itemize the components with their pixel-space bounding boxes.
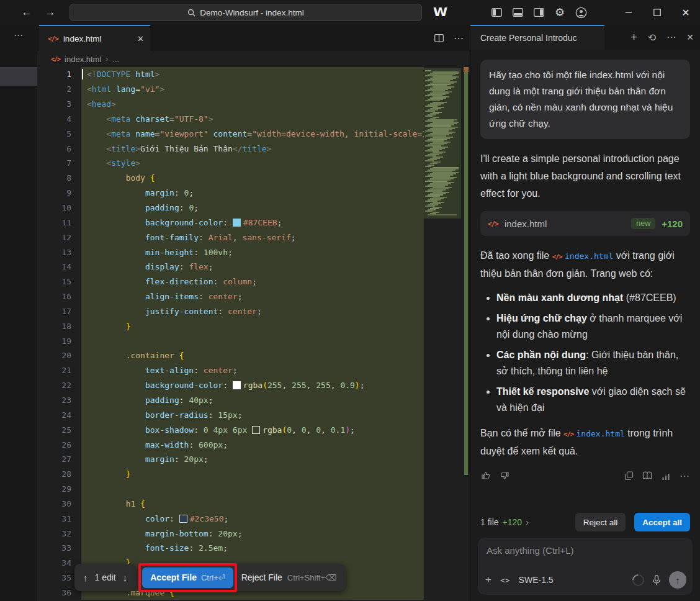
- send-icon[interactable]: ↑: [669, 571, 686, 589]
- token: lang: [111, 84, 135, 94]
- token: [87, 218, 145, 227]
- history-icon[interactable]: ⟲: [648, 32, 656, 43]
- token: "vi": [140, 84, 159, 94]
- command-center-search[interactable]: Demo-Windsurf - index.html: [70, 4, 422, 21]
- book-icon[interactable]: [642, 470, 653, 481]
- message-text: Bạn có thể mở file: [480, 428, 563, 438]
- token: {: [140, 499, 145, 508]
- breadcrumb[interactable]: </> index.html › ...: [37, 51, 470, 67]
- cascade-close-icon[interactable]: ✕: [686, 32, 694, 42]
- file-change-chip[interactable]: </> index.html new +120: [480, 211, 690, 236]
- token: name: [130, 129, 155, 138]
- assistant-message: Bạn có thể mở file </> index.html trong …: [480, 425, 690, 460]
- token: [87, 322, 126, 331]
- add-context-icon[interactable]: +: [485, 574, 491, 586]
- breadcrumb-file[interactable]: index.html: [65, 55, 101, 64]
- token: 0: [287, 425, 292, 435]
- cascade-tab-title: Create Personal Introduc: [480, 33, 577, 43]
- token: 255: [267, 381, 282, 390]
- more-icon[interactable]: ⋯: [679, 470, 690, 481]
- token: [87, 366, 145, 375]
- account-icon[interactable]: [575, 6, 587, 19]
- chevron-right-icon[interactable]: ›: [526, 517, 529, 527]
- token: "width=device-width, initial-scale=1.0": [252, 129, 424, 138]
- chat-input[interactable]: Ask anything (Ctrl+L) + <> SWE-1.5 ↑: [478, 538, 693, 595]
- token: ,: [331, 381, 341, 390]
- code-line: 30 h1 {: [37, 496, 470, 511]
- accept-all-button[interactable]: Accept all: [634, 513, 690, 531]
- minimize-icon[interactable]: ─: [614, 0, 643, 25]
- split-editor-icon[interactable]: [434, 34, 444, 42]
- color-swatch[interactable]: [252, 426, 260, 434]
- token: =: [247, 129, 252, 138]
- token: box-shadow: [145, 425, 194, 435]
- overview-ruler[interactable]: [462, 67, 470, 601]
- line-content: font-family: Arial, sans-serif;: [81, 230, 424, 245]
- layout-sidebar-left-icon[interactable]: [490, 6, 503, 19]
- copy-icon[interactable]: [623, 470, 634, 481]
- thumbs-up-icon[interactable]: [480, 470, 491, 481]
- token: 0: [189, 203, 194, 212]
- color-swatch[interactable]: [233, 219, 241, 227]
- more-actions-icon[interactable]: ⋯: [454, 32, 464, 44]
- code-brackets-icon[interactable]: <>: [500, 576, 510, 585]
- minimap[interactable]: [424, 68, 461, 219]
- token: ,: [307, 425, 316, 435]
- breadcrumb-more[interactable]: ...: [112, 55, 119, 64]
- more-icon[interactable]: ⋯: [666, 32, 676, 43]
- code-editor[interactable]: 1<!DOCTYPE html>2<html lang="vi">3<head>…: [37, 67, 470, 601]
- token: :: [194, 425, 204, 435]
- token: [228, 425, 233, 435]
- inline-file-link[interactable]: index.html: [565, 251, 613, 261]
- inline-file-link[interactable]: index.html: [577, 429, 625, 438]
- token: html: [92, 84, 111, 94]
- reject-file-button[interactable]: Reject File Ctrl+Shift+⌫: [241, 572, 337, 582]
- accept-file-button[interactable]: Accept File Ctrl+⏎: [142, 567, 233, 588]
- back-icon[interactable]: ←: [15, 6, 38, 19]
- explorer-selected-row[interactable]: [0, 67, 37, 86]
- token: <: [106, 114, 111, 124]
- new-chat-icon[interactable]: +: [630, 31, 637, 44]
- maximize-icon[interactable]: [643, 0, 671, 25]
- tab-close-icon[interactable]: ✕: [137, 34, 144, 43]
- chat-input-toolbar: + <> SWE-1.5 ↑: [485, 571, 686, 589]
- line-content: <style>: [81, 156, 424, 171]
- explorer-strip[interactable]: ⋯: [0, 25, 37, 601]
- token: margin-bottom: [145, 529, 209, 538]
- forward-icon[interactable]: →: [38, 6, 62, 19]
- model-selector[interactable]: SWE-1.5: [519, 575, 554, 585]
- close-icon[interactable]: ✕: [671, 0, 700, 25]
- cascade-tab[interactable]: Create Personal Introduc: [470, 25, 604, 50]
- changed-files-count[interactable]: 1 file: [480, 517, 499, 527]
- color-swatch[interactable]: [233, 381, 241, 389]
- thumbs-down-icon[interactable]: [499, 470, 510, 481]
- layout-panel-icon[interactable]: [511, 6, 524, 19]
- tab-index-html[interactable]: </> index.html ✕: [39, 25, 150, 51]
- token: ;: [209, 262, 213, 271]
- line-number: 33: [37, 543, 71, 553]
- mic-icon[interactable]: [652, 575, 661, 585]
- code-line: 6 <title>Giới Thiệu Bản Thân</title>: [37, 141, 470, 156]
- layout-sidebar-right-icon[interactable]: [532, 6, 545, 19]
- token: :: [179, 262, 189, 271]
- window-title: Demo-Windsurf - index.html: [200, 8, 303, 17]
- token: >: [267, 144, 272, 153]
- down-arrow-icon[interactable]: ↓: [123, 572, 128, 583]
- reject-all-button[interactable]: Reject all: [575, 513, 626, 531]
- line-content: <meta charset="UTF-8">: [81, 112, 424, 127]
- token: ;: [223, 543, 228, 553]
- token: [87, 188, 145, 197]
- user-message: Hãy tạo cho tôi một file index.html với …: [480, 60, 690, 139]
- stats-icon[interactable]: [660, 470, 671, 481]
- settings-gear-icon[interactable]: ⚙: [554, 6, 566, 19]
- token: [87, 469, 126, 479]
- code-line: 14 display: flex;: [37, 260, 470, 274]
- token: 20px: [184, 454, 204, 464]
- line-content: body {: [81, 171, 424, 186]
- color-swatch[interactable]: [179, 515, 187, 523]
- code-line: 25 box-shadow: 0 4px 6px rgba(0, 0, 0, 0…: [37, 422, 470, 437]
- more-icon[interactable]: ⋯: [0, 30, 37, 41]
- code-line: 1<!DOCTYPE html>: [37, 67, 470, 82]
- up-arrow-icon[interactable]: ↑: [83, 572, 88, 583]
- code-line: 10 padding: 0;: [37, 201, 470, 215]
